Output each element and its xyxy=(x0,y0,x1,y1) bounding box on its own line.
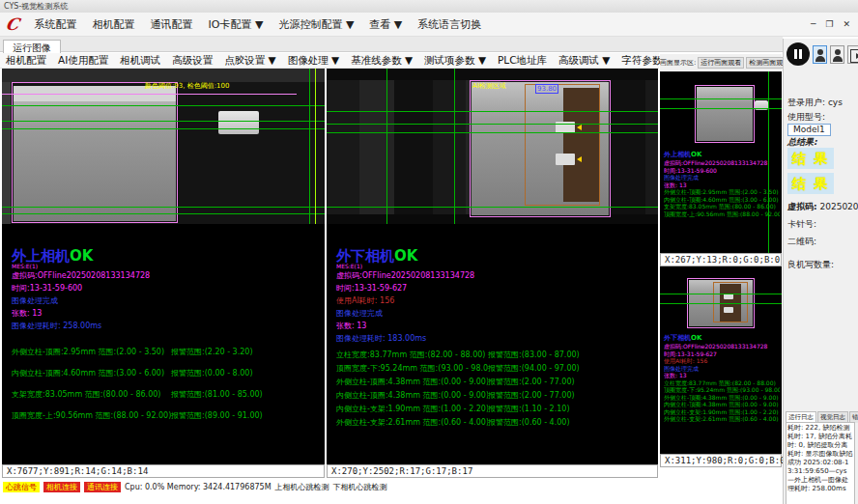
frame-count: 张数: 13 xyxy=(664,182,780,189)
tool-baseline-params[interactable]: 基准线参数 ▼ xyxy=(345,54,418,68)
ai-region-label: AI检测区域 xyxy=(472,82,506,91)
user-selected-icon[interactable] xyxy=(813,45,827,64)
menu-light-config[interactable]: 光源控制配置 ▼ xyxy=(271,15,361,34)
left-camera-view: 颜色阈值:93, 检色阈值:100 外上相机OK MES:E(1) 虚拟码:OF… xyxy=(2,69,325,464)
result-ok: OK xyxy=(394,247,417,265)
menu-io-config[interactable]: IO卡配置 ▼ xyxy=(201,15,272,34)
ai-roi-box xyxy=(713,282,748,322)
capture-time: 时间:13-31-59-627 xyxy=(336,282,654,294)
ai-roi-box xyxy=(525,84,600,206)
menu-comm-config[interactable]: 通讯配置 xyxy=(143,15,201,34)
measure-value: 外侧立柱-支架:2.61mm 范围:(0.60 - 4.00) xyxy=(664,415,780,423)
process-done: 图像处理完成 xyxy=(336,307,654,320)
measure-value: 内侧立柱-顶圈:4.38mm 范围:(0.00 - 9.00) xyxy=(336,389,488,403)
tool-advanced-settings[interactable]: 高级设置 xyxy=(166,54,218,68)
measure-line xyxy=(2,105,325,106)
close-icon[interactable]: ✕ xyxy=(843,19,850,29)
preview-header: 画面显示区: 运行画面观看 检测画面观看 xyxy=(660,54,782,70)
left-camera-image[interactable]: 颜色阈值:93, 检色阈值:100 xyxy=(2,69,325,224)
thumb-info: 外下相机OK 虚拟码:OFFline20250208133134728 时间:1… xyxy=(664,334,780,423)
measurement-row: 顶圈宽度-下:95.24mm 范围:(93.00 - 98.00)报警范围:(9… xyxy=(336,362,654,376)
capture-time: 时间:13-31-59-600 xyxy=(664,167,780,175)
preview-tab-run[interactable]: 运行画面观看 xyxy=(698,57,744,69)
measure-vline xyxy=(309,69,310,224)
thumbnail-upper[interactable]: 外上相机OK 虚拟码:OFFline20250208133134728 时间:1… xyxy=(660,71,782,253)
measurement-list: 外侧立柱-顶圈:2.95mm 范围:(2.00 - 3.50)报警范围:(2.2… xyxy=(12,342,321,427)
camera-title: 外上相机OK xyxy=(664,151,780,159)
measure-value: 内侧立柱-顶圈:4.38mm 范围:(0.00 - 9.00) xyxy=(664,401,780,408)
toolbar: 相机配置 AI使用配置 相机调试 高级设置 点胶设置 ▼ 图像处理 ▼ 基准线参… xyxy=(0,53,659,69)
alarm-range: 报警范围:(1.10 - 2.10) xyxy=(488,403,570,416)
upper-camera-heartbeat: 上相机心跳检测 xyxy=(275,482,329,492)
titlebar: CYS-视觉检测系统 xyxy=(0,0,858,13)
tool-camera-debug[interactable]: 相机调试 xyxy=(114,54,166,68)
tool-plc-address[interactable]: PLC地址库 xyxy=(492,54,553,68)
bottom-statusbar: 心跳信号 相机连接 通讯连接 Cpu: 0.0% Memory: 3424.41… xyxy=(0,480,783,493)
tool-test-params[interactable]: 测试项参数 ▼ xyxy=(418,54,492,68)
menu-view[interactable]: 查看 ▼ xyxy=(361,15,410,34)
result-ok: OK xyxy=(691,151,701,158)
minimize-icon[interactable]: ─ xyxy=(811,19,815,29)
menu-camera-config[interactable]: 相机配置 xyxy=(85,15,143,34)
process-done: 图像处理完成 xyxy=(12,294,321,307)
measure-vline xyxy=(454,69,455,224)
log-output[interactable]: 耗时: 222, 缺陷检测耗时: 17, 缺陷分离耗时: 0, 缺陷提取分离耗时… xyxy=(786,422,855,504)
alarm-range: 报警范围:(89.00 - 91.00) xyxy=(171,406,263,427)
lower-camera-heartbeat: 下相机心跳检测 xyxy=(333,482,387,492)
capture-time: 时间:13-31-59-627 xyxy=(664,350,780,358)
vcode-value: 20250208 xyxy=(819,202,858,211)
thumb-upper-coords: X:267;Y:13;R:0;G:0;B:0 xyxy=(660,253,782,266)
roi-box xyxy=(12,82,178,223)
tool-camera-config[interactable]: 相机配置 xyxy=(0,54,52,68)
tool-image-processing[interactable]: 图像处理 ▼ xyxy=(282,54,345,68)
alarm-range: 报警范围:(83.00 - 87.00) xyxy=(488,349,580,362)
camera-name: 外上相机 xyxy=(664,151,691,158)
measure-line xyxy=(660,108,782,109)
camera-name: 外下相机 xyxy=(664,334,691,342)
measure-line xyxy=(327,207,658,208)
user-icon[interactable] xyxy=(830,45,844,64)
tool-dispense-settings[interactable]: 点胶设置 ▼ xyxy=(218,54,281,68)
measure-value: 立柱宽度:83.77mm 范围:(82.00 - 88.00) xyxy=(336,349,488,362)
result-badge-1: 结 果 xyxy=(787,148,834,169)
tool-ai-config[interactable]: AI使用配置 xyxy=(52,54,114,68)
scene-band xyxy=(2,69,325,82)
mid-camera-image[interactable]: AI检测区域 93.80 xyxy=(327,69,658,224)
mid-camera-info: 外下相机OK MES:E(1) 虚拟码:OFFline2025020813313… xyxy=(336,248,654,430)
thumbnail-lower[interactable]: 外下相机OK 虚拟码:OFFline20250208133134728 时间:1… xyxy=(660,266,782,454)
maximize-icon[interactable]: ❐ xyxy=(825,19,833,29)
exit-icon[interactable] xyxy=(847,45,858,64)
measure-vline xyxy=(386,69,387,224)
tool-advanced-debug[interactable]: 高级调试 ▼ xyxy=(553,54,615,68)
virtual-code: 虚拟码:OFFline20250208133134728 xyxy=(336,269,654,282)
sidebar: 登录用户: cys 使用型号: Model1 总结果: 结 果 结 果 虚拟码:… xyxy=(783,39,858,504)
camera-title: 外下相机OK xyxy=(336,248,654,264)
result-ok: OK xyxy=(70,247,93,265)
measurement-row: 内侧立柱-支架:1.90mm 范围:(1.00 - 2.20)报警范围:(1.1… xyxy=(336,403,654,416)
measure-line xyxy=(660,303,782,304)
measure-value: 顶圈宽度-下:95.24mm 范围:(93.00 - 98.00) xyxy=(664,386,780,394)
menu-system-config[interactable]: 系统配置 xyxy=(27,15,85,34)
pause-icon[interactable] xyxy=(786,42,810,66)
alarm-range: 报警范围:(94.00 - 97.00) xyxy=(488,362,580,376)
alarm-range: 报警范围:(2.20 - 3.20) xyxy=(171,342,253,363)
menu-language-switch[interactable]: 系统语言切换 xyxy=(410,15,489,34)
model-row: 使用型号: Model1 xyxy=(787,111,831,136)
camera-title: 外上相机OK xyxy=(12,248,321,264)
measure-value: 外侧立柱-顶圈:2.95mm 范围:(2.00 - 3.50) xyxy=(12,342,171,363)
model-value[interactable]: Model1 xyxy=(787,124,831,136)
connector-part xyxy=(218,111,259,134)
left-camera-info: 外上相机OK MES:E(1) 虚拟码:OFFline2025020813313… xyxy=(12,248,321,427)
virtual-code: 虚拟码:OFFline20250208133134728 xyxy=(664,159,780,167)
measure-value: 顶圈宽度-上:90.56mm 范围:(88.00 - 92.00) xyxy=(664,210,780,218)
threshold-label: 颜色阈值:93, 检色阈值:100 xyxy=(145,82,229,91)
app-logo-icon: C xyxy=(4,14,21,34)
measurement-row: 外侧立柱-支架:2.61mm 范围:(0.60 - 4.00)报警范围:(0.6… xyxy=(336,416,654,430)
measure-line xyxy=(660,294,782,294)
login-row: 登录用户: cys xyxy=(787,97,843,109)
sidebar-buttons xyxy=(786,42,858,66)
yellow-marker-icon xyxy=(577,125,582,130)
mid-camera-coords: X:270;Y:2502;R:17;G:17;B:17 xyxy=(327,464,658,478)
measure-value: 顶圈宽度-上:90.56mm 范围:(88.00 - 92.00) xyxy=(12,406,171,427)
blue-measure-chip: 93.80 xyxy=(535,84,558,94)
